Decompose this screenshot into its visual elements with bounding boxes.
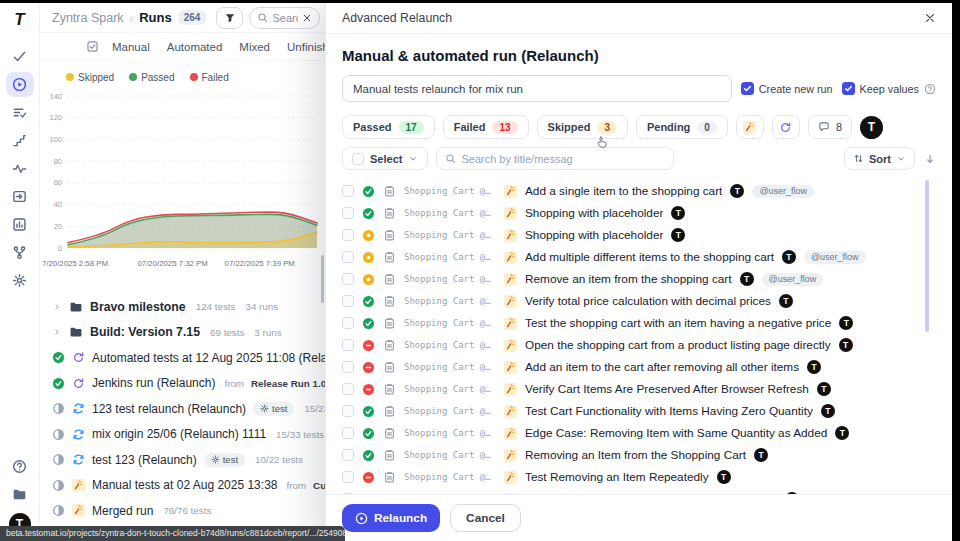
manual-tests-filter-icon[interactable] [736, 115, 764, 139]
select-label: Select [370, 153, 402, 165]
sidebar-item-branch-icon[interactable] [6, 240, 34, 265]
sort-dropdown[interactable]: Sort [844, 147, 915, 170]
sidebar-item-help-icon[interactable] [6, 454, 34, 479]
select-all-checkbox[interactable] [352, 153, 364, 165]
test-row[interactable]: Shopping Cart @… Remove an item from the… [342, 268, 936, 290]
test-checkbox[interactable] [342, 273, 354, 285]
keep-values-option[interactable]: Keep values [842, 82, 936, 95]
sidebar-item-runs-play-icon[interactable] [6, 72, 34, 97]
sort-direction-icon[interactable] [924, 153, 936, 165]
relaunch-button[interactable]: Relaunch [342, 504, 440, 532]
create-new-run-option[interactable]: Create new run [741, 82, 833, 95]
filter-skipped-button[interactable]: Skipped3 [537, 115, 628, 139]
tests-search-input[interactable]: Search by title/messag [436, 147, 674, 170]
sidebar-item-steps-icon[interactable] [6, 128, 34, 153]
assignee-avatar[interactable]: T [860, 116, 883, 139]
test-checkbox[interactable] [342, 251, 354, 263]
tree-row[interactable]: Bravo milestone124 tests34 runs [52, 294, 325, 320]
folder-icon [69, 300, 83, 314]
runs-tree: Bravo milestone124 tests34 runsBuild: Ve… [40, 294, 325, 524]
test-row[interactable]: Shopping Cart @… Test Cart Functionality… [342, 400, 936, 422]
sidebar-item-tests-check-icon[interactable] [6, 44, 34, 69]
sidebar-item-settings-gear-icon[interactable] [6, 268, 34, 293]
test-row[interactable]: Shopping Cart @… Open the shopping cart … [342, 334, 936, 356]
left-search-input[interactable]: Search [C [249, 7, 320, 29]
assignee-badge: T [740, 272, 754, 286]
breadcrumb-project[interactable]: Zyntra Spark [52, 11, 124, 25]
test-checkbox[interactable] [342, 207, 354, 219]
test-row[interactable]: Shopping Cart @… Verify Cart Items Are P… [342, 378, 936, 400]
chevron-right-icon[interactable] [52, 302, 62, 312]
filter-pending-button[interactable]: Pending0 [636, 115, 728, 139]
test-tag: @user_flow [804, 251, 866, 264]
tree-row[interactable]: Manual tests at 02 Aug 2025 13:38fromCus… [52, 473, 325, 499]
test-checkbox[interactable] [342, 449, 354, 461]
tree-row[interactable]: mix origin 25/06 (Relaunch) 111115/33 te… [52, 422, 325, 448]
run-name-input[interactable] [342, 75, 732, 102]
test-row[interactable]: Shopping Cart @… Shopping with placehold… [342, 224, 936, 246]
tree-row[interactable]: Merged run76/76 tests [52, 498, 325, 524]
test-checkbox[interactable] [342, 185, 354, 197]
test-row[interactable]: Shopping Cart @… Test the shopping cart … [342, 312, 936, 334]
test-checkbox[interactable] [342, 427, 354, 439]
sidebar-item-plans-list-icon[interactable] [6, 100, 34, 125]
tree-row[interactable]: Build: Version 7.1569 tests3 runs [52, 320, 325, 346]
help-circle-icon[interactable] [924, 83, 936, 95]
sidebar-item-pulse-icon[interactable] [6, 156, 34, 181]
tree-row[interactable]: 123 test relaunch (Relaunch)test15/23 te… [52, 396, 325, 422]
clear-search-icon[interactable] [302, 13, 312, 23]
svg-text:07/22/2025 7:39 PM: 07/22/2025 7:39 PM [225, 259, 295, 268]
reports-icon [12, 217, 27, 232]
breadcrumb-section[interactable]: Runs [139, 10, 172, 25]
test-row[interactable]: Shopping Cart @… Edge Case: Removing Ite… [342, 422, 936, 444]
tab-manual[interactable]: Manual [112, 41, 150, 53]
modal-scrollbar[interactable] [925, 180, 929, 332]
filter-passed-button[interactable]: Passed17 [342, 115, 435, 139]
test-row[interactable]: Shopping Cart @… Removing an Item from t… [342, 444, 936, 466]
tree-row[interactable]: Automated tests at 12 Aug 2025 11:08 (Re… [52, 345, 325, 371]
create-new-run-checkbox[interactable] [741, 82, 754, 95]
tree-row[interactable]: Jenkins run (Relaunch)fromRelease Run 1.… [52, 371, 325, 397]
test-checkbox[interactable] [342, 229, 354, 241]
test-checkbox[interactable] [342, 405, 354, 417]
test-checkbox[interactable] [342, 361, 354, 373]
filter-button[interactable] [216, 7, 243, 29]
test-row[interactable]: Shopping Cart @… Verify total price calc… [342, 290, 936, 312]
tab-automated[interactable]: Automated [167, 41, 223, 53]
sidebar-item-inbox-icon[interactable] [6, 184, 34, 209]
tests-list: Shopping Cart @… Add a single item to th… [342, 180, 936, 494]
test-checkbox[interactable] [342, 295, 354, 307]
runs-count-badge: 264 [178, 10, 207, 25]
test-row[interactable]: Shopping Cart @… Shopping with placehold… [342, 202, 936, 224]
run-from-label: from [224, 378, 244, 389]
left-scrollbar[interactable] [321, 255, 324, 303]
test-row[interactable]: Shopping Cart @… Test Removing an Item R… [342, 466, 936, 488]
filter-failed-button[interactable]: Failed13 [443, 115, 529, 139]
tree-row[interactable]: test 123 (Relaunch)test10/22 tests [52, 447, 325, 473]
test-checkbox[interactable] [342, 471, 354, 483]
assignee-badge: T [671, 228, 685, 242]
test-status-failed-icon [362, 493, 375, 495]
test-row[interactable]: Shopping Cart @… Add a single item to th… [342, 180, 936, 202]
close-icon[interactable] [924, 12, 936, 24]
test-tag-pill: test [253, 402, 294, 416]
test-checkbox[interactable] [342, 317, 354, 329]
chevron-right-icon[interactable] [52, 327, 62, 337]
test-checkbox[interactable] [342, 383, 354, 395]
sidebar-item-reports-icon[interactable] [6, 212, 34, 237]
comments-filter-button[interactable]: 8 [808, 115, 852, 139]
keep-values-checkbox[interactable] [842, 82, 855, 95]
checked-square-icon[interactable] [86, 40, 99, 53]
test-row[interactable]: Shopping Cart @… Add an item to the cart… [342, 488, 936, 494]
test-status-skipped-icon [362, 273, 375, 286]
automated-tests-filter-icon[interactable] [772, 115, 800, 139]
select-dropdown[interactable]: Select [342, 147, 428, 170]
sidebar-item-projects-folder-icon[interactable] [6, 482, 34, 507]
test-checkbox[interactable] [342, 339, 354, 351]
test-checkbox[interactable] [342, 493, 354, 494]
test-suite: Shopping Cart @… [404, 186, 496, 196]
test-row[interactable]: Shopping Cart @… Add an item to the cart… [342, 356, 936, 378]
tab-mixed[interactable]: Mixed [239, 41, 270, 53]
test-row[interactable]: Shopping Cart @… Add multiple different … [342, 246, 936, 268]
cancel-button[interactable]: Cancel [450, 504, 521, 532]
